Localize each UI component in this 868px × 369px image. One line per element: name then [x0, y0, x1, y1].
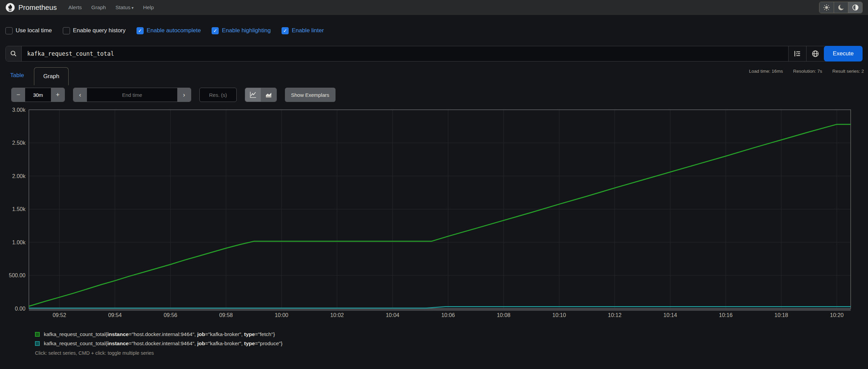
dark-theme-button[interactable] [834, 2, 848, 13]
options-row: Use local timeEnable query history✓Enabl… [5, 25, 324, 36]
svg-text:10:14: 10:14 [664, 312, 677, 318]
query-bar: Execute [5, 46, 863, 62]
increase-duration-button[interactable]: + [51, 88, 65, 102]
svg-text:10:04: 10:04 [386, 312, 399, 318]
svg-text:1.50k: 1.50k [12, 206, 26, 212]
moon-icon [837, 4, 845, 11]
metrics-explorer-icon [793, 50, 801, 58]
time-forward-button[interactable]: › [177, 88, 191, 102]
expression-input[interactable] [22, 46, 788, 61]
svg-text:3.00k: 3.00k [12, 107, 26, 113]
nav-item-help[interactable]: Help [143, 4, 154, 11]
navbar: Prometheus AlertsGraphStatus ▾Help [0, 0, 868, 15]
end-time-input[interactable] [87, 88, 177, 102]
search-addon [6, 46, 22, 61]
light-theme-button[interactable] [819, 2, 834, 13]
resolution-input[interactable] [199, 88, 237, 102]
half-circle-icon [852, 4, 859, 11]
prometheus-logo-icon [5, 3, 15, 12]
chart-mode-group [245, 88, 277, 102]
series-label: kafka_request_count_total{instance="host… [44, 340, 283, 347]
sun-icon [823, 4, 830, 11]
svg-text:10:18: 10:18 [775, 312, 788, 318]
stacked-chart-icon [265, 91, 273, 99]
line-chart-toggle[interactable] [245, 88, 261, 102]
line-chart-icon [249, 91, 257, 99]
search-icon [10, 50, 17, 57]
legend-hint: Click: select series, CMD + click: toggl… [35, 350, 283, 356]
svg-text:09:52: 09:52 [53, 312, 66, 318]
time-back-button[interactable]: ‹ [73, 88, 87, 102]
duration-input[interactable] [25, 88, 51, 102]
svg-text:09:54: 09:54 [108, 312, 122, 318]
option-enable-autocomplete[interactable]: ✓Enable autocomplete [137, 27, 201, 34]
chevron-down-icon: ▾ [130, 5, 133, 10]
theme-toggle-group [819, 2, 863, 13]
nav-item-status[interactable]: Status ▾ [115, 4, 133, 11]
svg-text:10:10: 10:10 [553, 312, 566, 318]
load-time: Load time: 16ms [749, 69, 783, 74]
svg-text:500.00: 500.00 [9, 273, 25, 278]
resolution: Resolution: 7s [793, 69, 822, 74]
checkbox-unchecked-icon[interactable] [63, 27, 70, 34]
nav-item-alerts[interactable]: Alerts [68, 4, 82, 11]
brand-title: Prometheus [18, 3, 57, 12]
option-label: Enable highlighting [222, 27, 271, 34]
query-stats: Load time: 16ms Resolution: 7s Result se… [749, 69, 864, 74]
globe-icon [811, 50, 819, 58]
svg-text:10:00: 10:00 [275, 312, 288, 318]
option-label: Enable query history [73, 27, 126, 34]
svg-text:09:56: 09:56 [164, 312, 177, 318]
tab-graph[interactable]: Graph [34, 67, 69, 85]
checkbox-checked-icon[interactable]: ✓ [212, 27, 219, 34]
nav-item-graph[interactable]: Graph [91, 4, 106, 11]
svg-text:2.00k: 2.00k [12, 173, 26, 179]
tab-table[interactable]: Table [10, 72, 24, 79]
series-label: kafka_request_count_total{instance="host… [44, 331, 275, 337]
option-enable-linter[interactable]: ✓Enable linter [282, 27, 324, 34]
prometheus-app: Prometheus AlertsGraphStatus ▾Help Use l… [0, 0, 868, 369]
svg-text:10:12: 10:12 [608, 312, 621, 318]
decrease-duration-button[interactable]: − [12, 88, 25, 102]
checkbox-checked-icon[interactable]: ✓ [282, 27, 289, 34]
brand-link[interactable]: Prometheus [5, 3, 57, 12]
svg-text:10:02: 10:02 [330, 312, 344, 318]
nav-links: AlertsGraphStatus ▾Help [68, 4, 154, 11]
legend-item[interactable]: kafka_request_count_total{instance="host… [35, 339, 283, 348]
checkbox-unchecked-icon[interactable] [5, 27, 13, 34]
duration-group: − + [11, 88, 65, 102]
legend-item[interactable]: kafka_request_count_total{instance="host… [35, 330, 283, 339]
auto-theme-button[interactable] [848, 2, 862, 13]
svg-text:10:08: 10:08 [497, 312, 510, 318]
show-exemplars-button[interactable]: Show Exemplars [285, 88, 336, 102]
globe-button[interactable] [806, 46, 824, 61]
option-enable-highlighting[interactable]: ✓Enable highlighting [212, 27, 271, 34]
end-time-group: ‹ › [73, 88, 191, 102]
execute-button[interactable]: Execute [824, 46, 863, 62]
legend: kafka_request_count_total{instance="host… [35, 330, 283, 356]
series-swatch-icon [35, 341, 40, 346]
result-series: Result series: 2 [832, 69, 864, 74]
svg-text:10:16: 10:16 [719, 312, 733, 318]
svg-text:09:58: 09:58 [219, 312, 233, 318]
option-label: Enable linter [292, 27, 324, 34]
checkbox-checked-icon[interactable]: ✓ [137, 27, 144, 34]
series-swatch-icon [35, 332, 40, 337]
option-label: Enable autocomplete [147, 27, 201, 34]
svg-text:1.00k: 1.00k [12, 240, 26, 245]
option-label: Use local time [16, 27, 52, 34]
svg-text:0.00: 0.00 [15, 306, 25, 312]
graph-controls: − + ‹ › [11, 88, 336, 102]
option-use-local-time[interactable]: Use local time [5, 27, 52, 34]
stacked-chart-toggle[interactable] [261, 88, 276, 102]
svg-text:10:06: 10:06 [441, 312, 455, 318]
time-series-chart[interactable]: 0.00500.001.00k1.50k2.00k2.50k3.00k09:52… [0, 107, 868, 328]
svg-text:2.50k: 2.50k [12, 140, 26, 146]
metrics-explorer-button[interactable] [788, 46, 806, 61]
svg-text:10:20: 10:20 [830, 312, 844, 318]
option-enable-query-history[interactable]: Enable query history [63, 27, 126, 34]
